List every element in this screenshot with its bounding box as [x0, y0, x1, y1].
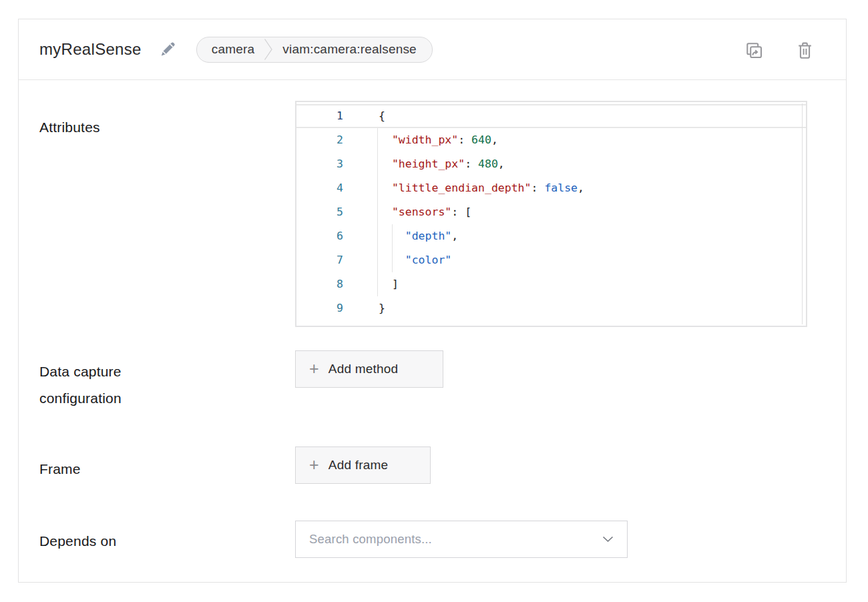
code-content: }: [343, 296, 385, 320]
add-method-button[interactable]: + Add method: [295, 350, 443, 388]
code-token: "color": [405, 254, 452, 266]
data-capture-label: Data capture configuration: [39, 358, 163, 412]
code-content: "color": [343, 248, 451, 272]
code-token: [379, 133, 392, 146]
code-content: "depth",: [343, 224, 458, 248]
duplicate-icon: [744, 40, 765, 61]
add-frame-label: Add frame: [329, 458, 388, 473]
line-number: 3: [296, 152, 343, 176]
rename-button[interactable]: [158, 39, 178, 59]
duplicate-button[interactable]: [744, 40, 765, 61]
line-number: 2: [296, 128, 343, 152]
component-card-header: myRealSense camera viam:camera:realsense: [19, 19, 846, 80]
depends-on-placeholder: Search components...: [309, 532, 602, 547]
code-token: :: [458, 133, 471, 146]
code-token: false: [544, 182, 578, 194]
indent-guide: [377, 128, 378, 296]
plus-icon: +: [309, 457, 319, 473]
line-number: 1: [296, 104, 343, 128]
code-token: "height_px": [392, 158, 465, 170]
code-token: ,: [491, 133, 498, 146]
code-content: "sensors": [: [343, 200, 471, 224]
code-token: :: [531, 182, 545, 194]
code-token: }: [379, 302, 385, 314]
line-number: 7: [296, 248, 343, 272]
code-content: "width_px": 640,: [343, 128, 498, 152]
add-frame-button[interactable]: + Add frame: [295, 446, 431, 484]
code-line[interactable]: 1{: [296, 104, 806, 128]
code-token: [: [465, 206, 471, 218]
code-line[interactable]: 3 "height_px": 480,: [296, 152, 806, 176]
delete-button[interactable]: [795, 40, 815, 61]
component-type-badge: camera viam:camera:realsense: [196, 37, 433, 63]
attributes-label: Attributes: [39, 114, 100, 141]
plus-icon: +: [309, 360, 319, 377]
code-line[interactable]: 2 "width_px": 640,: [296, 128, 806, 152]
code-token: ,: [451, 230, 458, 242]
code-token: "depth": [405, 230, 452, 242]
code-token: [379, 158, 392, 170]
code-line[interactable]: 9}: [296, 296, 806, 320]
code-token: [379, 206, 392, 218]
code-line[interactable]: 6 "depth",: [296, 224, 806, 248]
code-token: [379, 278, 392, 290]
code-token: "little_endian_depth": [392, 182, 531, 194]
component-name: myRealSense: [39, 40, 142, 59]
code-token: :: [465, 158, 478, 170]
code-line[interactable]: 4 "little_endian_depth": false,: [296, 176, 806, 200]
code-content: "little_endian_depth": false,: [343, 176, 584, 200]
code-token: :: [451, 206, 465, 218]
attributes-json-editor[interactable]: 1{2 "width_px": 640,3 "height_px": 480,4…: [295, 101, 807, 327]
code-token: 640: [471, 133, 491, 146]
editor-scrollbar[interactable]: [802, 103, 803, 324]
line-number: 8: [296, 272, 343, 296]
depends-on-label: Depends on: [39, 528, 116, 555]
code-line[interactable]: 5 "sensors": [: [296, 200, 806, 224]
pencil-icon: [158, 39, 178, 59]
line-number: 9: [296, 296, 343, 320]
line-number: 6: [296, 224, 343, 248]
component-type: camera: [197, 42, 264, 57]
component-config-card: myRealSense camera viam:camera:realsense: [18, 19, 847, 583]
code-line[interactable]: 7 "color": [296, 248, 806, 272]
code-token: [379, 182, 392, 194]
code-content: ]: [343, 272, 399, 296]
code-token: {: [379, 109, 385, 122]
attributes-editor-lines: 1{2 "width_px": 640,3 "height_px": 480,4…: [296, 102, 806, 320]
add-method-label: Add method: [329, 362, 398, 376]
indent-guide: [392, 224, 393, 272]
code-content: "height_px": 480,: [343, 152, 505, 176]
line-number: 5: [296, 200, 343, 224]
code-token: ,: [578, 182, 584, 194]
code-token: ,: [498, 158, 505, 170]
line-number: 4: [296, 176, 343, 200]
code-content: {: [343, 104, 385, 128]
code-token: "sensors": [392, 206, 451, 218]
component-model: viam:camera:realsense: [274, 42, 432, 57]
code-line[interactable]: 8 ]: [296, 272, 806, 296]
chevron-down-icon: [602, 536, 614, 543]
code-token: 480: [478, 158, 498, 170]
trash-icon: [795, 40, 815, 61]
frame-label: Frame: [39, 456, 81, 483]
depends-on-select[interactable]: Search components...: [295, 521, 628, 558]
chevron-right-icon: [263, 37, 274, 61]
code-token: ]: [392, 278, 399, 290]
code-token: "width_px": [392, 133, 458, 146]
